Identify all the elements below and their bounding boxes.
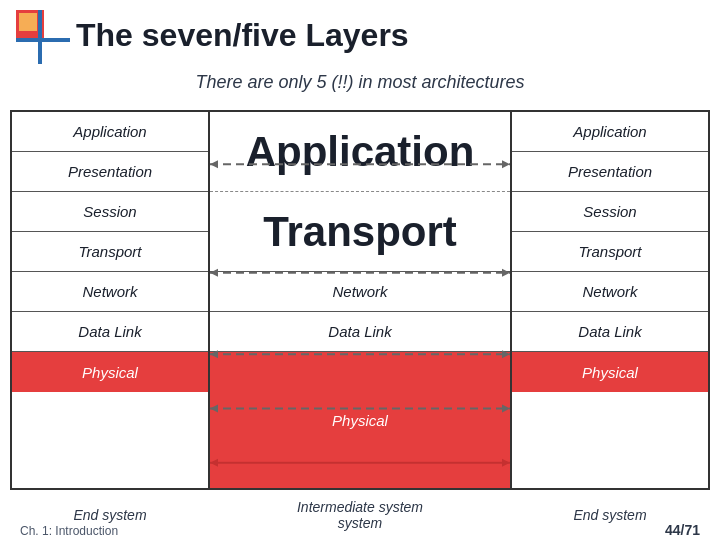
mid-datalink: Data Link (210, 312, 510, 352)
mid-system-label: Intermediate system system (210, 492, 510, 538)
title-icon (16, 10, 66, 60)
chapter-label: Ch. 1: Introduction (20, 524, 118, 538)
left-datalink: Data Link (12, 312, 208, 352)
left-session: Session (12, 192, 208, 232)
mid-physical: Physical (210, 352, 510, 488)
middle-column: Application Transport Network Data Link … (210, 110, 510, 490)
right-column: Application Presentation Session Transpo… (510, 110, 710, 490)
right-transport: Transport (512, 232, 708, 272)
left-column: Application Presentation Session Transpo… (10, 110, 210, 490)
page-label: 44/71 (665, 522, 700, 538)
right-physical: Physical (512, 352, 708, 392)
mid-transport-big: Transport (210, 192, 510, 272)
mid-application-big: Application (210, 112, 510, 192)
right-presentation: Presentation (512, 152, 708, 192)
left-transport: Transport (12, 232, 208, 272)
left-physical: Physical (12, 352, 208, 392)
page-title: The seven/five Layers (76, 17, 409, 54)
right-network: Network (512, 272, 708, 312)
title-area: The seven/five Layers (0, 0, 720, 70)
right-session: Session (512, 192, 708, 232)
mid-small-layers: Network Data Link Physical (210, 272, 510, 488)
right-application: Application (512, 112, 708, 152)
mid-network: Network (210, 272, 510, 312)
left-network: Network (12, 272, 208, 312)
left-presentation: Presentation (12, 152, 208, 192)
subtitle: There are only 5 (!!) in most architectu… (0, 72, 720, 93)
left-application: Application (12, 112, 208, 152)
right-datalink: Data Link (512, 312, 708, 352)
